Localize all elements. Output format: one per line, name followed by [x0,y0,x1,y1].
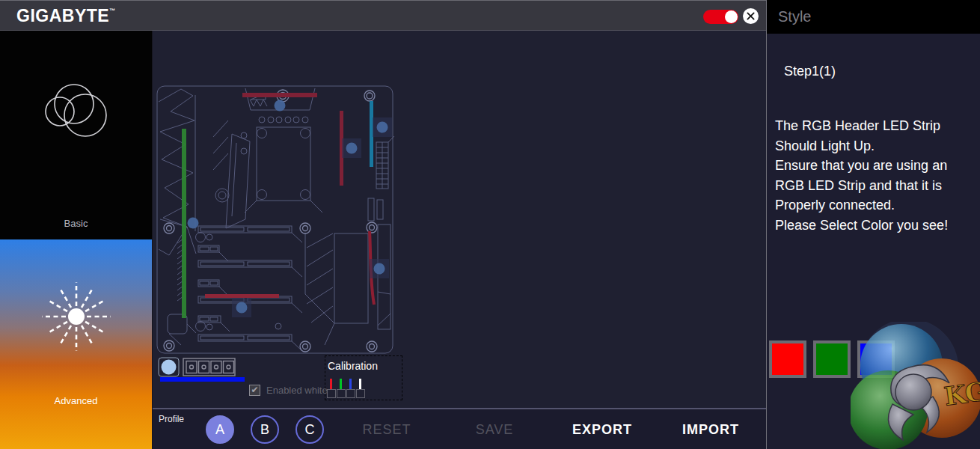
calibration-socket [346,389,355,398]
enabled-white-checkbox[interactable]: ✔ [249,385,260,396]
title-bar: GIGABYTE™ [0,0,766,31]
close-button[interactable] [743,8,759,24]
motherboard-diagram[interactable] [153,31,766,408]
calibration-pin-green [340,379,342,390]
power-toggle[interactable] [703,10,738,24]
color-option-row [769,340,895,378]
export-button[interactable]: EXPORT [572,422,632,438]
motherboard-view: ✔ Enabled white Calibration [153,31,766,408]
advanced-mode-burst-icon [35,275,117,358]
sidebar-item-basic[interactable]: Basic [0,31,152,239]
close-icon [747,12,755,20]
profile-label: Profile [159,414,184,424]
calibration-pin-red [330,379,332,390]
led-zone-dots[interactable] [188,100,393,318]
calibration-socket [337,389,346,398]
sidebar-item-label: Advanced [0,395,152,406]
profile-a-button[interactable]: A [206,415,234,444]
calibration-pin-blue [349,379,352,390]
calibration-pin-white [359,379,361,390]
reset-button[interactable]: RESET [362,422,411,438]
sidebar-item-advanced[interactable]: Advanced [0,239,152,449]
toggle-knob [725,10,738,23]
basic-mode-circles-icon [35,68,117,150]
rgb-header-connector [183,358,235,376]
calibration-socket [327,389,336,398]
sidebar-item-label: Basic [0,218,152,229]
mode-sidebar: Basic Advanced [0,31,152,449]
import-button[interactable]: IMPORT [682,422,739,438]
led-zone-selector[interactable] [159,358,245,382]
gigabyte-logo: GIGABYTE™ [16,6,116,26]
profile-c-button[interactable]: C [295,415,324,444]
step-instructions: The RGB Header LED Strip Should Light Up… [775,116,970,235]
color-option-green[interactable] [813,340,851,378]
calibration-title: Calibration [328,360,378,372]
selected-zone-dot[interactable] [162,360,177,375]
profile-b-button[interactable]: B [251,415,279,444]
step-title: Step1(1) [784,64,836,79]
calibration-socket [356,389,365,398]
style-panel-title: Style [767,0,980,34]
profile-bar: Profile A B C RESET SAVE EXPORT IMPORT [153,408,766,449]
rgb-led-strips [182,93,374,318]
app-window: GIGABYTE™ Basic [0,0,980,449]
svg-text:KG: KG [943,376,980,412]
save-button[interactable]: SAVE [476,422,514,438]
calibration-group[interactable]: Calibration [325,355,402,400]
color-option-blue[interactable] [857,340,895,378]
zone-selection-bar [160,377,245,382]
color-option-red[interactable] [769,340,806,378]
enabled-white-label: Enabled white [266,385,328,396]
style-panel: Style Step1(1) The RGB Header LED Strip … [766,0,980,449]
trademark-symbol: ™ [109,7,116,14]
